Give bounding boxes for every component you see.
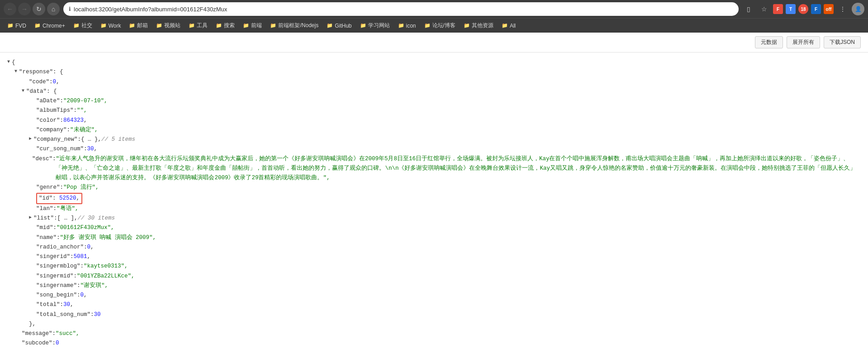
bookmark-folder-icon: 📁 xyxy=(360,23,366,29)
translate-extension[interactable]: T xyxy=(786,4,796,14)
root-open: ▼ { xyxy=(7,58,861,67)
id-highlight: "id": 52520, xyxy=(36,193,82,204)
bookmark-folder-icon: 📁 xyxy=(327,23,333,29)
data-toggle[interactable]: ▼ xyxy=(22,87,24,95)
response-key: ▼ "response": { xyxy=(14,67,861,77)
radio-anchor-line: "radio_anchor": 0, xyxy=(29,243,861,252)
bookmark-folder-icon: 📁 xyxy=(398,23,404,29)
bookmark-folder-icon: 📁 xyxy=(7,23,14,29)
blue-extension[interactable]: F xyxy=(811,4,821,14)
bookmark-icon[interactable]: 📁 icon xyxy=(394,21,420,30)
bookmark-folder-icon: 📁 xyxy=(129,23,135,29)
lan-line: "lan": "粤语", xyxy=(29,204,861,214)
bookmark-label: 视频站 xyxy=(164,22,180,29)
bookmark-label: All xyxy=(510,23,516,29)
bookmark-chrome-plus[interactable]: 📁 Chrome+ xyxy=(31,21,69,30)
notifications-extension[interactable]: 18 xyxy=(798,4,808,14)
genre-line: "genre": "Pop 流行", xyxy=(29,183,861,192)
browser-actions: ▯ ☆ F T 18 F off ⋮ 👤 xyxy=(742,3,864,15)
company-line: "company": "未确定", xyxy=(29,125,861,135)
singermblog-line: "singermblog": "kaytse0313", xyxy=(29,262,861,271)
bookmark-learning[interactable]: 📁 学习网站 xyxy=(356,20,394,31)
bookmark-forum[interactable]: 📁 论坛/博客 xyxy=(421,20,459,31)
bookmark-folder-icon: 📁 xyxy=(73,23,80,29)
bookmark-label: 邮箱 xyxy=(137,22,148,29)
bookmark-work[interactable]: 📁 Work xyxy=(97,21,125,30)
singermid-line: "singermid": "001YZBa22LLKce", xyxy=(29,272,861,281)
bookmark-video[interactable]: 📁 视频站 xyxy=(152,20,184,31)
nav-bar: ← → ↻ ⌂ ℹ ▯ ☆ F T 18 F off ⋮ 👤 xyxy=(0,0,868,18)
bookmark-label: 学习网站 xyxy=(368,22,390,29)
singername-line: "singername": "谢安琪", xyxy=(29,281,861,291)
raw-data-button[interactable]: 元数据 xyxy=(755,36,783,48)
bookmark-label: 论坛/博客 xyxy=(432,22,455,29)
message-line: "message": "succ", xyxy=(14,329,861,339)
bookmark-label: 社交 xyxy=(81,22,92,29)
data-key: ▼ "data": { xyxy=(22,87,861,96)
bookmark-label: 前端 xyxy=(251,22,262,29)
home-button[interactable]: ⌂ xyxy=(47,3,60,15)
bookmark-label: 搜索 xyxy=(224,22,235,29)
screenshot-button[interactable]: ▯ xyxy=(742,3,755,15)
bookmark-folder-icon: 📁 xyxy=(34,23,41,29)
bookmarks-bar: 📁 FVD 📁 Chrome+ 📁 社交 📁 Work 📁 邮箱 📁 视频站 📁… xyxy=(0,18,868,33)
subcode-line: "subcode": 0 xyxy=(14,339,861,348)
name-line: "name": "好多 谢安琪 呐喊 演唱会 2009", xyxy=(29,233,861,243)
song-begin-line: "song_begin": 0, xyxy=(29,291,861,300)
fvd-extension[interactable]: F xyxy=(773,4,783,14)
bookmark-frontend[interactable]: 📁 前端 xyxy=(239,20,266,31)
bookmark-social[interactable]: 📁 社交 xyxy=(70,20,96,31)
bookmark-label: Chrome+ xyxy=(43,23,65,29)
bookmark-folder-icon: 📁 xyxy=(100,23,107,29)
bookmark-label: 工具 xyxy=(197,22,208,29)
bookmark-label: 其他资源 xyxy=(472,22,493,29)
url-input[interactable] xyxy=(74,6,733,13)
bookmark-github[interactable]: 📁 GitHub xyxy=(323,21,355,30)
bookmark-folder-icon: 📁 xyxy=(156,23,162,29)
albumtips-line: "albumTips": "", xyxy=(29,106,861,115)
nav-buttons: ← → ↻ ⌂ xyxy=(4,3,60,15)
star-button[interactable]: ☆ xyxy=(758,3,770,15)
profile-avatar[interactable]: 👤 xyxy=(852,3,864,15)
json-viewer: ▼ { ▼ "response": { "code": 0, ▼ "data":… xyxy=(0,53,868,349)
mid-line: "mid": "001612F430zMux", xyxy=(29,223,861,233)
list-line: ► "list": [ … ], // 30 items xyxy=(29,214,861,223)
address-bar[interactable]: ℹ xyxy=(63,2,739,16)
bookmark-folder-icon: 📁 xyxy=(216,23,222,29)
bookmark-label: GitHub xyxy=(335,23,351,29)
total-song-num-line: "total_song_num": 30 xyxy=(29,310,861,320)
orange-extension[interactable]: off xyxy=(824,4,834,14)
total-line: "total": 30, xyxy=(29,300,861,310)
adate-line: "aDate": "2009-07-10", xyxy=(29,96,861,106)
bookmark-folder-icon: 📁 xyxy=(424,23,431,29)
bookmark-frontend-framework[interactable]: 📁 前端框架/Nodejs xyxy=(266,20,322,31)
company-new-toggle[interactable]: ► xyxy=(29,135,32,143)
root-toggle[interactable]: ▼ xyxy=(7,58,10,66)
bookmark-label: Work xyxy=(109,23,121,29)
bookmark-email[interactable]: 📁 邮箱 xyxy=(125,20,152,31)
bookmark-other[interactable]: 📁 其他资源 xyxy=(460,20,497,31)
bookmark-folder-icon: 📁 xyxy=(243,23,249,29)
download-json-button[interactable]: 下载JSON xyxy=(824,36,861,48)
data-close: }, xyxy=(22,320,861,329)
refresh-button[interactable]: ↻ xyxy=(33,3,45,15)
bookmark-all[interactable]: 📁 All xyxy=(498,21,519,30)
forward-button[interactable]: → xyxy=(18,3,31,15)
expand-all-button[interactable]: 展开所有 xyxy=(787,36,820,48)
list-toggle[interactable]: ► xyxy=(29,214,32,221)
bookmark-folder-icon: 📁 xyxy=(464,23,470,29)
company-new-line: ► "company_new": { … }, // 5 items xyxy=(29,135,861,144)
bookmark-fvd[interactable]: 📁 FVD xyxy=(4,21,30,30)
security-icon: ℹ xyxy=(69,6,71,12)
bookmark-folder-icon: 📁 xyxy=(270,23,276,29)
bookmark-search[interactable]: 📁 搜索 xyxy=(212,20,238,31)
bookmark-folder-icon: 📁 xyxy=(189,23,195,29)
bookmark-label: 前端框架/Nodejs xyxy=(278,22,318,29)
bookmark-label: icon xyxy=(406,23,416,29)
bookmark-tools[interactable]: 📁 工具 xyxy=(185,20,211,31)
back-button[interactable]: ← xyxy=(4,3,16,15)
menu-button[interactable]: ⋮ xyxy=(836,3,849,15)
bookmark-label: FVD xyxy=(15,23,26,29)
code-line: "code": 0, xyxy=(22,77,861,87)
response-toggle[interactable]: ▼ xyxy=(14,67,17,75)
